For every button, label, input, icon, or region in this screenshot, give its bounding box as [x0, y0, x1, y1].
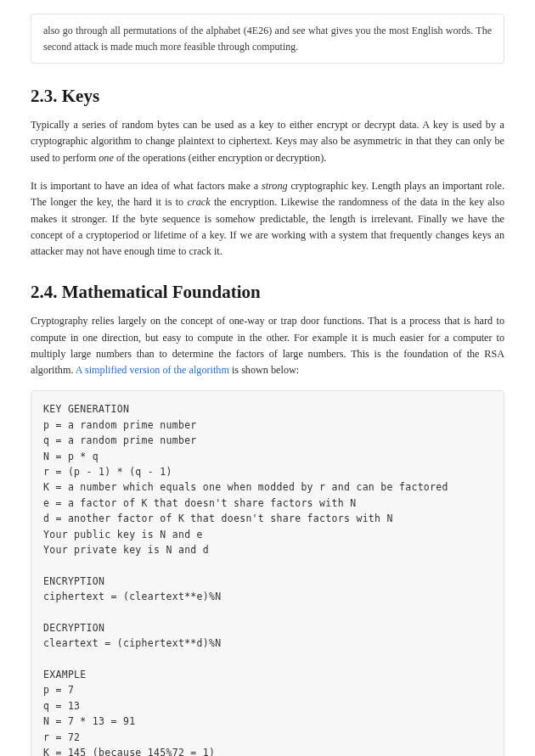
text: of the operations (either encryption or …	[114, 152, 326, 164]
emphasis-one: one	[99, 152, 114, 164]
text: is shown below:	[229, 364, 299, 376]
paragraph-keys-1: Typically a series of random bytes can b…	[31, 117, 504, 166]
code-block: KEY GENERATION p = a random prime number…	[31, 390, 504, 756]
emphasis-strong: strong	[262, 180, 288, 192]
callout-text: also go through all permutations of the …	[43, 25, 492, 53]
heading-math: 2.4. Mathematical Foundation	[31, 282, 504, 303]
algorithm-link[interactable]: A simplified version of the algorithm	[76, 364, 229, 376]
text: It is important to have an idea of what …	[31, 180, 262, 192]
page: also go through all permutations of the …	[0, 14, 535, 756]
callout-box: also go through all permutations of the …	[31, 14, 504, 64]
paragraph-keys-2: It is important to have an idea of what …	[31, 178, 504, 260]
paragraph-math-1: Cryptography relies largely on the conce…	[31, 313, 504, 378]
heading-keys: 2.3. Keys	[31, 86, 504, 107]
emphasis-crack: crack	[188, 196, 211, 208]
